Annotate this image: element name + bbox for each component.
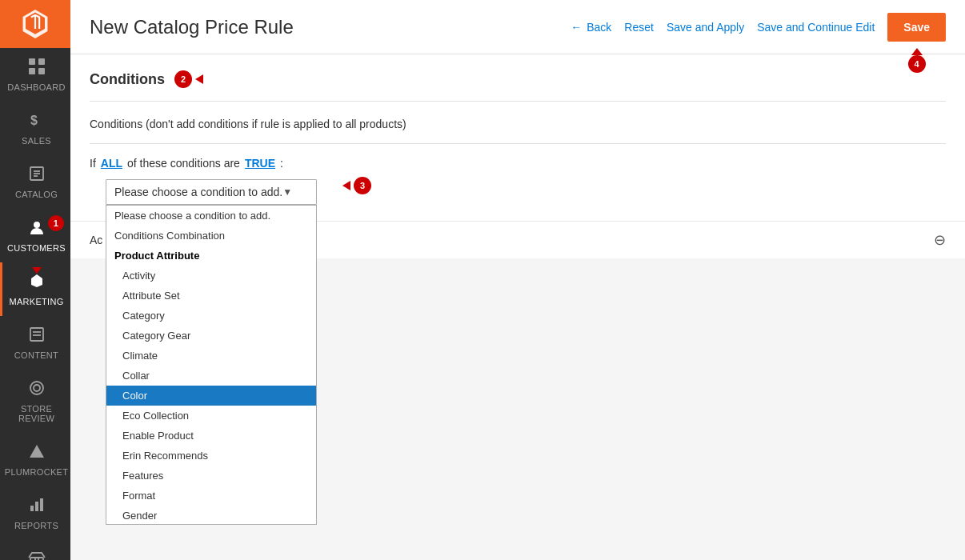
- magento-logo[interactable]: [0, 0, 70, 48]
- sidebar-item-content[interactable]: CONTENT: [0, 316, 70, 370]
- save-button[interactable]: Save: [887, 13, 946, 42]
- dashboard-icon: [28, 58, 46, 79]
- dropdown-group-product-attribute: Product Attribute: [106, 246, 316, 266]
- dropdown-wrapper: Please choose a condition to add. ▼ Plea…: [106, 179, 317, 205]
- conditions-rule-line: If ALL of these conditions are TRUE :: [90, 157, 946, 170]
- svg-rect-1: [38, 58, 45, 65]
- sidebar-item-stores[interactable]: STORES: [0, 540, 70, 560]
- rule-middle: of these conditions are: [127, 157, 240, 170]
- dropdown-item-placeholder[interactable]: Please choose a condition to add.: [106, 206, 316, 226]
- dropdown-item-collar[interactable]: Collar: [106, 366, 316, 386]
- content-icon: [28, 326, 46, 347]
- rule-colon: :: [280, 157, 283, 170]
- dropdown-item-attribute-set[interactable]: Attribute Set: [106, 286, 316, 306]
- conditions-hint: Conditions (don't add conditions if rule…: [90, 118, 946, 130]
- svg-rect-0: [29, 58, 35, 65]
- svg-point-13: [30, 382, 43, 394]
- dropdown-item-conditions-combination[interactable]: Conditions Combination: [106, 226, 316, 246]
- dropdown-item-gender[interactable]: Gender: [106, 506, 316, 525]
- reports-icon: [28, 496, 46, 518]
- svg-rect-3: [38, 68, 45, 74]
- plumrocket-icon: [28, 442, 46, 464]
- save-continue-button[interactable]: Save and Continue Edit: [757, 21, 875, 34]
- dropdown-item-climate[interactable]: Climate: [106, 346, 316, 366]
- svg-text:$: $: [30, 114, 38, 127]
- sidebar-item-dashboard[interactable]: DASHBOARD: [0, 48, 70, 102]
- dropdown-item-color[interactable]: Color: [106, 386, 316, 406]
- save-apply-button[interactable]: Save and Apply: [667, 21, 744, 34]
- svg-point-14: [34, 385, 40, 391]
- header-actions: ← Back Reset Save and Apply Save and Con…: [571, 13, 946, 42]
- rule-prefix: If: [90, 157, 96, 170]
- page-title: New Catalog Price Rule: [90, 16, 571, 38]
- sidebar-item-sales[interactable]: $ SALES: [0, 102, 70, 155]
- badge-3-container: 3: [342, 177, 371, 194]
- conditions-section-heading: Conditions 2: [90, 70, 946, 102]
- dropdown-item-category[interactable]: Category: [106, 306, 316, 326]
- sidebar-item-plumrocket-label: PLUMROCKET: [5, 467, 68, 477]
- badge-3: 3: [354, 177, 371, 194]
- dropdown-item-category-gear[interactable]: Category Gear: [106, 326, 316, 346]
- sales-icon: $: [28, 111, 46, 133]
- back-button[interactable]: ← Back: [571, 21, 611, 34]
- back-arrow-icon: ←: [571, 21, 582, 34]
- sidebar-item-content-label: CONTENT: [14, 350, 58, 360]
- badge-4-indicator: 4: [908, 48, 926, 73]
- svg-point-9: [34, 222, 40, 228]
- dropdown-item-format[interactable]: Format: [106, 486, 316, 506]
- sidebar-item-dashboard-label: DASHBOARD: [7, 82, 65, 92]
- save-button-container: Save 4: [887, 13, 946, 42]
- svg-rect-18: [40, 498, 43, 511]
- store-review-icon: [28, 379, 46, 401]
- page-header: New Catalog Price Rule ← Back Reset Save…: [70, 0, 965, 54]
- svg-rect-10: [30, 328, 43, 341]
- chevron-down-icon: ▼: [282, 186, 292, 198]
- sidebar-item-customers[interactable]: 1 CUSTOMERS: [0, 209, 70, 262]
- reset-button[interactable]: Reset: [624, 21, 654, 34]
- dropdown-item-enable-product[interactable]: Enable Product: [106, 426, 316, 446]
- badge-2: 2: [174, 70, 192, 88]
- dropdown-item-erin-recommends[interactable]: Erin Recommends: [106, 446, 316, 466]
- dropdown-item-features[interactable]: Features: [106, 466, 316, 486]
- badge-4: 4: [908, 55, 926, 73]
- collapse-icon[interactable]: ⊖: [934, 231, 946, 249]
- svg-rect-17: [35, 502, 38, 511]
- marketing-icon: [28, 272, 46, 294]
- badge-2-group: 2: [174, 70, 203, 88]
- dropdown-item-eco-collection[interactable]: Eco Collection: [106, 406, 316, 426]
- sidebar-item-customers-label: CUSTOMERS: [7, 243, 66, 253]
- conditions-title: Conditions: [90, 71, 165, 88]
- svg-marker-15: [30, 445, 44, 458]
- catalog-icon: [28, 165, 46, 186]
- condition-dropdown-list[interactable]: Please choose a condition to add. Condit…: [106, 205, 317, 525]
- sidebar-item-catalog[interactable]: CATALOG: [0, 155, 70, 209]
- content-area: Conditions 2 Conditions (don't add condi…: [70, 54, 965, 560]
- sidebar-item-reports-label: REPORTS: [14, 521, 58, 530]
- sidebar-item-sales-label: SALES: [22, 136, 51, 146]
- sidebar-item-reports[interactable]: REPORTS: [0, 486, 70, 540]
- rule-all[interactable]: ALL: [101, 157, 122, 170]
- sidebar-item-catalog-label: CATALOG: [15, 190, 58, 199]
- dropdown-placeholder: Please choose a condition to add.: [114, 186, 282, 198]
- stores-icon: [28, 550, 46, 560]
- customers-badge: 1: [48, 215, 64, 231]
- badge-2-arrow: [195, 74, 203, 84]
- sidebar-item-marketing-label: MARKETING: [9, 297, 63, 306]
- sidebar-item-plumrocket[interactable]: PLUMROCKET: [0, 433, 70, 486]
- main-content: New Catalog Price Rule ← Back Reset Save…: [70, 0, 965, 560]
- sidebar: DASHBOARD $ SALES CATALOG 1 CUSTOMERS MA…: [0, 0, 70, 560]
- actions-label: Ac: [90, 234, 102, 246]
- conditions-body: Conditions (don't add conditions if rule…: [70, 102, 965, 221]
- svg-rect-16: [30, 506, 34, 511]
- sidebar-item-store-review[interactable]: STORE REVIEW: [0, 370, 70, 433]
- rule-true[interactable]: TRUE: [245, 157, 275, 170]
- condition-dropdown-trigger[interactable]: Please choose a condition to add. ▼: [106, 179, 317, 205]
- sidebar-item-store-review-label: STORE REVIEW: [6, 404, 67, 423]
- svg-rect-2: [29, 68, 35, 74]
- dropdown-item-activity[interactable]: Activity: [106, 266, 316, 286]
- customers-icon: [28, 218, 46, 240]
- conditions-section: Conditions 2: [70, 54, 965, 102]
- badge-3-arrow-left: [342, 181, 350, 190]
